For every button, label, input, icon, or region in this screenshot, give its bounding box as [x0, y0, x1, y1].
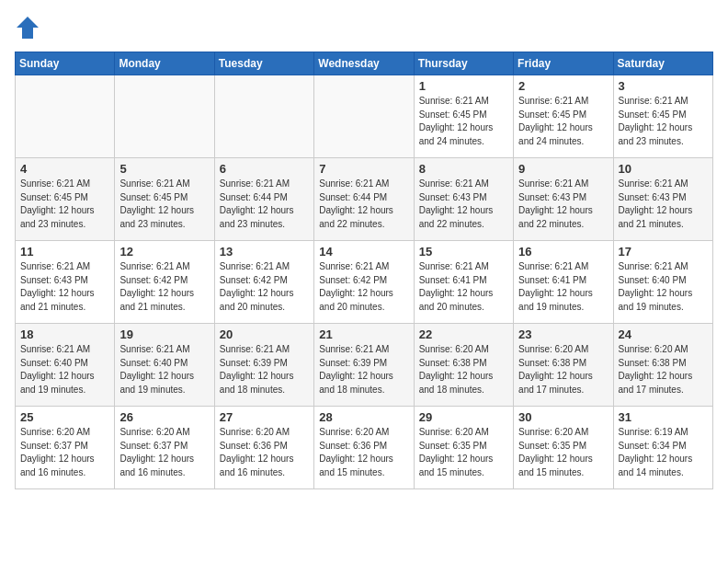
day-cell-4: 4Sunrise: 6:21 AM Sunset: 6:45 PM Daylig… — [16, 158, 115, 241]
day-cell-9: 9Sunrise: 6:21 AM Sunset: 6:43 PM Daylig… — [514, 158, 613, 241]
day-number: 2 — [518, 79, 608, 93]
day-number: 19 — [119, 327, 209, 341]
day-number: 31 — [619, 410, 708, 424]
day-cell-25: 25Sunrise: 6:20 AM Sunset: 6:37 PM Dayli… — [16, 407, 115, 489]
day-number: 12 — [119, 245, 209, 259]
day-info: Sunrise: 6:20 AM Sunset: 6:37 PM Dayligh… — [119, 426, 209, 479]
day-info: Sunrise: 6:21 AM Sunset: 6:45 PM Dayligh… — [20, 178, 109, 231]
day-cell-28: 28Sunrise: 6:20 AM Sunset: 6:36 PM Dayli… — [314, 407, 414, 489]
week-row-2: 4Sunrise: 6:21 AM Sunset: 6:45 PM Daylig… — [16, 158, 713, 241]
week-row-1: 1Sunrise: 6:21 AM Sunset: 6:45 PM Daylig… — [16, 75, 713, 158]
day-cell-24: 24Sunrise: 6:20 AM Sunset: 6:38 PM Dayli… — [613, 324, 712, 407]
day-info: Sunrise: 6:21 AM Sunset: 6:40 PM Dayligh… — [20, 343, 109, 396]
day-info: Sunrise: 6:21 AM Sunset: 6:43 PM Dayligh… — [20, 260, 109, 314]
day-number: 17 — [619, 245, 708, 259]
day-number: 25 — [20, 410, 109, 424]
day-info: Sunrise: 6:21 AM Sunset: 6:40 PM Dayligh… — [119, 343, 209, 396]
day-cell-18: 18Sunrise: 6:21 AM Sunset: 6:40 PM Dayli… — [16, 324, 115, 407]
day-number: 11 — [20, 245, 109, 259]
day-cell-13: 13Sunrise: 6:21 AM Sunset: 6:42 PM Dayli… — [214, 241, 313, 324]
day-cell-6: 6Sunrise: 6:21 AM Sunset: 6:44 PM Daylig… — [214, 158, 313, 241]
day-number: 7 — [319, 162, 408, 176]
day-info: Sunrise: 6:20 AM Sunset: 6:38 PM Dayligh… — [419, 343, 508, 396]
day-number: 16 — [518, 245, 608, 259]
day-number: 27 — [220, 410, 309, 424]
day-cell-1: 1Sunrise: 6:21 AM Sunset: 6:45 PM Daylig… — [414, 75, 513, 158]
day-number: 30 — [518, 410, 608, 424]
day-info: Sunrise: 6:21 AM Sunset: 6:43 PM Dayligh… — [419, 178, 508, 231]
weekday-header-friday: Friday — [514, 52, 613, 75]
week-row-5: 25Sunrise: 6:20 AM Sunset: 6:37 PM Dayli… — [16, 407, 713, 489]
day-info: Sunrise: 6:21 AM Sunset: 6:40 PM Dayligh… — [619, 260, 708, 314]
day-number: 6 — [220, 162, 309, 176]
day-info: Sunrise: 6:20 AM Sunset: 6:36 PM Dayligh… — [220, 426, 309, 479]
day-info: Sunrise: 6:21 AM Sunset: 6:45 PM Dayligh… — [518, 95, 608, 148]
day-number: 24 — [619, 327, 708, 341]
logo-icon — [15, 15, 40, 40]
day-number: 26 — [119, 410, 209, 424]
day-info: Sunrise: 6:21 AM Sunset: 6:44 PM Dayligh… — [220, 178, 309, 231]
day-cell-23: 23Sunrise: 6:20 AM Sunset: 6:38 PM Dayli… — [514, 324, 613, 407]
day-info: Sunrise: 6:20 AM Sunset: 6:38 PM Dayligh… — [518, 343, 608, 396]
empty-cell — [115, 75, 214, 158]
day-cell-21: 21Sunrise: 6:21 AM Sunset: 6:39 PM Dayli… — [314, 324, 414, 407]
day-info: Sunrise: 6:21 AM Sunset: 6:42 PM Dayligh… — [119, 260, 209, 314]
day-number: 3 — [619, 79, 708, 93]
day-info: Sunrise: 6:21 AM Sunset: 6:43 PM Dayligh… — [518, 178, 608, 231]
day-info: Sunrise: 6:21 AM Sunset: 6:41 PM Dayligh… — [518, 260, 608, 314]
day-number: 22 — [419, 327, 508, 341]
day-info: Sunrise: 6:21 AM Sunset: 6:42 PM Dayligh… — [220, 260, 309, 314]
day-number: 5 — [119, 162, 209, 176]
day-number: 10 — [619, 162, 708, 176]
page-header — [15, 15, 713, 40]
weekday-header-wednesday: Wednesday — [314, 52, 414, 75]
calendar-table: SundayMondayTuesdayWednesdayThursdayFrid… — [15, 52, 713, 489]
day-cell-16: 16Sunrise: 6:21 AM Sunset: 6:41 PM Dayli… — [514, 241, 613, 324]
day-info: Sunrise: 6:19 AM Sunset: 6:34 PM Dayligh… — [619, 426, 708, 479]
empty-cell — [214, 75, 313, 158]
day-info: Sunrise: 6:20 AM Sunset: 6:35 PM Dayligh… — [518, 426, 608, 479]
day-info: Sunrise: 6:21 AM Sunset: 6:45 PM Dayligh… — [619, 95, 708, 148]
empty-cell — [314, 75, 414, 158]
day-cell-10: 10Sunrise: 6:21 AM Sunset: 6:43 PM Dayli… — [613, 158, 712, 241]
weekday-header-thursday: Thursday — [414, 52, 513, 75]
day-cell-20: 20Sunrise: 6:21 AM Sunset: 6:39 PM Dayli… — [214, 324, 313, 407]
day-cell-30: 30Sunrise: 6:20 AM Sunset: 6:35 PM Dayli… — [514, 407, 613, 489]
day-info: Sunrise: 6:20 AM Sunset: 6:35 PM Dayligh… — [419, 426, 508, 479]
day-info: Sunrise: 6:21 AM Sunset: 6:45 PM Dayligh… — [419, 95, 508, 148]
day-info: Sunrise: 6:21 AM Sunset: 6:39 PM Dayligh… — [220, 343, 309, 396]
day-number: 23 — [518, 327, 608, 341]
day-number: 21 — [319, 327, 408, 341]
day-cell-14: 14Sunrise: 6:21 AM Sunset: 6:42 PM Dayli… — [314, 241, 414, 324]
week-row-4: 18Sunrise: 6:21 AM Sunset: 6:40 PM Dayli… — [16, 324, 713, 407]
day-number: 13 — [220, 245, 309, 259]
day-number: 18 — [20, 327, 109, 341]
day-number: 14 — [319, 245, 408, 259]
day-info: Sunrise: 6:20 AM Sunset: 6:38 PM Dayligh… — [619, 343, 708, 396]
day-cell-3: 3Sunrise: 6:21 AM Sunset: 6:45 PM Daylig… — [613, 75, 712, 158]
day-cell-12: 12Sunrise: 6:21 AM Sunset: 6:42 PM Dayli… — [115, 241, 214, 324]
day-cell-8: 8Sunrise: 6:21 AM Sunset: 6:43 PM Daylig… — [414, 158, 513, 241]
weekday-header-tuesday: Tuesday — [214, 52, 313, 75]
weekday-header-row: SundayMondayTuesdayWednesdayThursdayFrid… — [16, 52, 713, 75]
week-row-3: 11Sunrise: 6:21 AM Sunset: 6:43 PM Dayli… — [16, 241, 713, 324]
day-cell-27: 27Sunrise: 6:20 AM Sunset: 6:36 PM Dayli… — [214, 407, 313, 489]
day-info: Sunrise: 6:20 AM Sunset: 6:37 PM Dayligh… — [20, 426, 109, 479]
day-number: 9 — [518, 162, 608, 176]
day-cell-17: 17Sunrise: 6:21 AM Sunset: 6:40 PM Dayli… — [613, 241, 712, 324]
day-info: Sunrise: 6:21 AM Sunset: 6:44 PM Dayligh… — [319, 178, 408, 231]
weekday-header-saturday: Saturday — [613, 52, 712, 75]
day-info: Sunrise: 6:21 AM Sunset: 6:42 PM Dayligh… — [319, 260, 408, 314]
day-cell-7: 7Sunrise: 6:21 AM Sunset: 6:44 PM Daylig… — [314, 158, 414, 241]
day-number: 28 — [319, 410, 408, 424]
day-number: 8 — [419, 162, 508, 176]
day-cell-26: 26Sunrise: 6:20 AM Sunset: 6:37 PM Dayli… — [115, 407, 214, 489]
weekday-header-sunday: Sunday — [16, 52, 115, 75]
empty-cell — [16, 75, 115, 158]
day-cell-29: 29Sunrise: 6:20 AM Sunset: 6:35 PM Dayli… — [414, 407, 513, 489]
day-cell-22: 22Sunrise: 6:20 AM Sunset: 6:38 PM Dayli… — [414, 324, 513, 407]
day-info: Sunrise: 6:21 AM Sunset: 6:43 PM Dayligh… — [619, 178, 708, 231]
day-info: Sunrise: 6:20 AM Sunset: 6:36 PM Dayligh… — [319, 426, 408, 479]
day-number: 1 — [419, 79, 508, 93]
day-info: Sunrise: 6:21 AM Sunset: 6:45 PM Dayligh… — [119, 178, 209, 231]
